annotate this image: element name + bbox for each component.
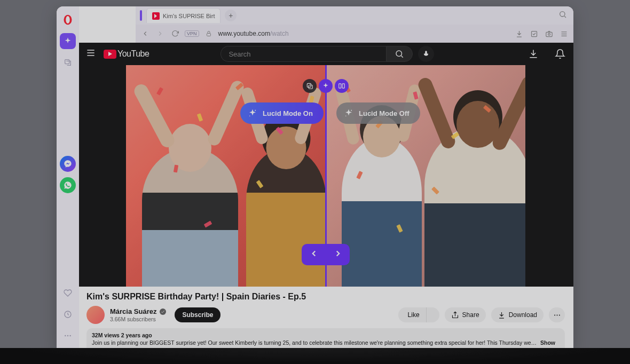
svg-point-19 [351, 110, 352, 111]
svg-point-4 [65, 335, 66, 336]
svg-rect-16 [342, 84, 344, 88]
reload-button[interactable] [170, 28, 180, 39]
lucid-mode-on-pill[interactable]: Lucid Mode On [240, 102, 324, 124]
address-bar-row: VPN www.youtube.com/watch [136, 25, 573, 43]
more-icon[interactable] [60, 328, 76, 344]
compare-icon[interactable] [335, 79, 349, 93]
aria-icon[interactable] [60, 33, 76, 49]
browser-tab[interactable]: Kim's SUPRISE Birt [146, 8, 220, 23]
tab-strip: Kim's SUPRISE Birt + [136, 6, 573, 25]
opera-sidebar [57, 6, 79, 348]
dislike-button[interactable] [427, 307, 439, 322]
person [424, 126, 525, 287]
url-path: /watch [270, 30, 289, 37]
notifications-icon[interactable] [554, 48, 566, 60]
description-box[interactable]: 32M views 2 years ago Join us in plannin… [86, 328, 565, 348]
tabs-icon[interactable] [60, 54, 76, 70]
messenger-icon[interactable] [60, 156, 76, 172]
search-button[interactable] [386, 46, 413, 62]
views-and-age: 32M views 2 years ago [92, 332, 152, 338]
voice-search-button[interactable] [418, 46, 434, 62]
video-title: Kim's SURPRISE Birthday Party! | Spain D… [86, 292, 565, 302]
url-host: www.youtube.com [218, 30, 270, 37]
video-meta: Kim's SURPRISE Birthday Party! | Spain D… [78, 287, 573, 348]
lucid-off-label: Lucid Mode Off [359, 109, 410, 117]
whatsapp-icon[interactable] [60, 177, 76, 193]
download-label: Download [509, 311, 537, 319]
menu-icon[interactable] [558, 28, 569, 39]
svg-rect-9 [531, 31, 537, 36]
svg-rect-15 [339, 84, 341, 88]
svg-rect-8 [207, 34, 210, 36]
youtube-header: YouTube Search [78, 43, 573, 65]
tab-title: Kim's SUPRISE Birt [163, 13, 215, 19]
person [246, 148, 326, 287]
verified-icon [160, 308, 166, 315]
svg-point-12 [396, 51, 402, 57]
description-text: Join us in planning our BIGGEST surprise… [92, 339, 537, 346]
history-icon[interactable] [60, 306, 76, 322]
person [342, 137, 422, 287]
forward-button[interactable] [155, 28, 166, 39]
lucid-on-label: Lucid Mode On [263, 109, 313, 117]
subscriber-count: 3.66M subscribers [110, 316, 166, 323]
youtube-favicon-icon [152, 12, 160, 20]
address-url[interactable]: www.youtube.com/watch [218, 30, 289, 37]
svg-point-6 [69, 335, 70, 336]
download-icon[interactable] [514, 28, 524, 39]
svg-rect-2 [65, 60, 69, 64]
channel-name[interactable]: Márcia Suárez [110, 307, 156, 316]
svg-point-7 [560, 12, 565, 17]
more-actions-button[interactable] [549, 307, 565, 322]
sparkle-icon [248, 108, 257, 118]
page-viewport: YouTube Search [78, 43, 573, 348]
youtube-logo[interactable]: YouTube [104, 49, 149, 59]
subscribe-button[interactable]: Subscribe [175, 307, 220, 322]
slider-prev-button[interactable] [309, 249, 319, 260]
slider-next-button[interactable] [333, 249, 343, 260]
svg-rect-10 [546, 32, 552, 36]
hamburger-icon[interactable] [85, 48, 96, 60]
search-bar: Search [220, 46, 434, 62]
video-left-half [126, 65, 326, 287]
sparkle-icon [344, 108, 353, 118]
svg-point-11 [548, 33, 550, 35]
lucid-toggle-icon[interactable] [319, 79, 333, 93]
youtube-logo-text: YouTube [117, 49, 149, 59]
vpn-badge[interactable]: VPN [185, 30, 199, 37]
new-tab-button[interactable]: + [225, 10, 237, 21]
detach-icon[interactable] [303, 79, 317, 93]
share-label: Share [462, 311, 479, 319]
workspace-indicator-icon[interactable] [140, 10, 142, 21]
browser-window: Kim's SUPRISE Birt + VPN www.youtube.com… [57, 6, 573, 348]
person [142, 148, 238, 287]
stage: Kim's SUPRISE Birt + VPN www.youtube.com… [0, 0, 630, 364]
create-icon[interactable] [527, 48, 539, 60]
share-button[interactable]: Share [445, 307, 486, 322]
svg-point-1 [66, 16, 70, 23]
youtube-play-icon [104, 50, 116, 59]
search-input[interactable]: Search [220, 46, 386, 62]
extensions-icon[interactable] [529, 28, 539, 39]
lucid-mode-off-pill[interactable]: Lucid Mode Off [336, 102, 420, 124]
svg-point-5 [67, 335, 68, 336]
tab-search-icon[interactable] [558, 10, 567, 21]
heart-icon[interactable] [60, 285, 76, 301]
like-dislike-group: Like [398, 307, 439, 322]
lock-icon[interactable] [203, 28, 214, 39]
video-player[interactable]: Lucid Mode On Lucid Mode Off [126, 65, 525, 287]
slider-nav [302, 244, 350, 265]
svg-point-22 [556, 314, 557, 315]
overlay-controls [303, 79, 349, 93]
snapshot-icon[interactable] [544, 28, 554, 39]
opera-logo-icon[interactable] [60, 12, 76, 28]
laptop-base [0, 348, 630, 364]
svg-point-18 [249, 116, 250, 117]
download-button[interactable]: Download [491, 307, 544, 322]
back-button[interactable] [140, 28, 151, 39]
like-button[interactable]: Like [398, 307, 426, 322]
video-right-half [326, 65, 525, 287]
svg-point-21 [554, 314, 555, 315]
channel-avatar[interactable] [86, 306, 105, 324]
svg-point-20 [345, 116, 346, 117]
